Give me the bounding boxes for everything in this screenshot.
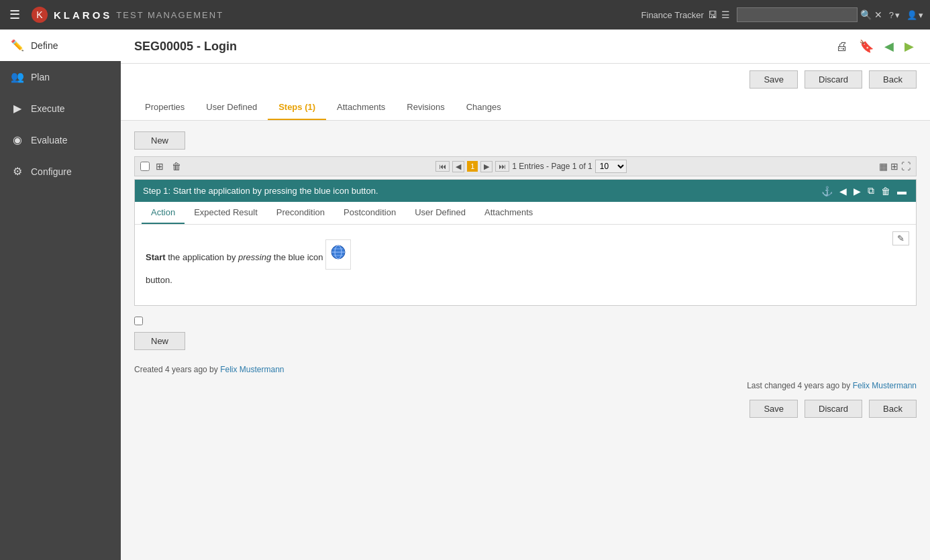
discard-button-bottom[interactable]: Discard	[805, 400, 862, 418]
logo: K KLAROS TEST MANAGEMENT	[30, 5, 223, 25]
tab-changes[interactable]: Changes	[456, 95, 512, 120]
select-all-checkbox[interactable]	[140, 162, 150, 171]
view-buttons: ▦ ⊞ ⛶	[879, 161, 911, 172]
sidebar-item-label-evaluate: Evaluate	[31, 135, 67, 146]
nav-next-button[interactable]: ▶	[902, 38, 917, 55]
evaluate-icon: ◉	[11, 133, 24, 146]
empty-row-checkbox[interactable]	[134, 317, 143, 325]
nav-prev-button[interactable]: ◀	[882, 38, 896, 55]
step-anchor-icon[interactable]: ⚓	[820, 186, 834, 197]
bookmark-button[interactable]: 🔖	[856, 38, 876, 55]
user-chevron: ▾	[919, 10, 923, 20]
page-title: SEG00005 - Login	[134, 40, 237, 54]
step-prev-button[interactable]: ◀	[838, 186, 848, 197]
help-menu[interactable]: ? ▾	[889, 10, 900, 20]
created-label: Created	[134, 365, 163, 374]
page-next-button[interactable]: ▶	[480, 161, 493, 172]
new-button-bottom[interactable]: New	[134, 332, 185, 350]
step-tab-action[interactable]: Action	[142, 202, 185, 224]
tab-steps[interactable]: Steps (1)	[268, 95, 326, 120]
footer-changed-info: Last changed 4 years ago by Felix Muster…	[134, 381, 917, 390]
columns-view-button[interactable]: ⊞	[890, 161, 898, 172]
tracker-list-icon: ☰	[721, 9, 730, 20]
sidebar-item-plan[interactable]: 👥 Plan	[0, 61, 121, 93]
step-text-suffix: the blue icon	[271, 252, 323, 262]
logo-icon: K	[30, 5, 50, 25]
step-text-middle: the application by	[166, 252, 238, 262]
changed-time: 4 years ago	[798, 381, 840, 390]
step-globe-image	[325, 239, 351, 270]
step-collapse-icon[interactable]: ▬	[896, 186, 908, 197]
tab-properties[interactable]: Properties	[134, 95, 195, 120]
page-first-button[interactable]: ⏮	[435, 161, 450, 172]
plan-icon: 👥	[11, 70, 24, 83]
changed-by-link[interactable]: Felix Mustermann	[853, 381, 917, 390]
sidebar-item-define[interactable]: ✏️ Define	[0, 30, 121, 61]
sidebar-item-execute[interactable]: ▶ Execute	[0, 93, 121, 124]
step-header: Step 1: Start the application by pressin…	[135, 180, 916, 202]
sidebar-item-label-define: Define	[31, 40, 58, 51]
page-last-button[interactable]: ⏭	[495, 161, 509, 172]
footer-created-info: Created 4 years ago by Felix Mustermann	[134, 357, 917, 378]
search-button[interactable]: 🔍	[860, 9, 872, 20]
search-input[interactable]	[737, 7, 858, 22]
new-button-top[interactable]: New	[134, 131, 185, 150]
fullscreen-view-button[interactable]: ⛶	[901, 161, 911, 172]
brand-name: KLAROS	[54, 9, 112, 21]
entries-info: 1 Entries - Page 1 of 1	[512, 162, 592, 171]
step-text-button: button.	[146, 275, 172, 285]
tab-user-defined[interactable]: User Defined	[195, 95, 268, 120]
tab-revisions[interactable]: Revisions	[396, 95, 455, 120]
step-action-content: ✎ Start the application by pressing the …	[135, 225, 916, 305]
page-current-button[interactable]: 1	[467, 161, 478, 172]
menu-icon[interactable]: ☰	[7, 5, 23, 25]
page-prev-button[interactable]: ◀	[452, 161, 464, 172]
save-button-bottom[interactable]: Save	[750, 400, 798, 418]
tab-bar: Properties User Defined Steps (1) Attach…	[121, 95, 930, 121]
table-delete-icon[interactable]: 🗑	[170, 161, 183, 172]
step-tab-postcondition[interactable]: Postcondition	[334, 202, 405, 224]
define-icon: ✏️	[11, 39, 24, 52]
step-delete-icon[interactable]: 🗑	[880, 186, 892, 197]
back-button-top[interactable]: Back	[869, 70, 917, 89]
tab-attachments[interactable]: Attachments	[326, 95, 396, 120]
configure-icon: ⚙	[11, 165, 24, 178]
top-toolbar: Save Discard Back	[121, 64, 930, 95]
search-container: 🔍 ✕	[737, 7, 882, 22]
step-tab-expected-result[interactable]: Expected Result	[185, 202, 267, 224]
sidebar-item-evaluate[interactable]: ◉ Evaluate	[0, 124, 121, 156]
page-header-actions: 🖨 🔖 ◀ ▶	[833, 38, 917, 55]
per-page-select[interactable]: 10 25 50 100	[595, 160, 627, 173]
main-layout: ✏️ Define 👥 Plan ▶ Execute ◉ Evaluate ⚙ …	[0, 30, 930, 560]
globe-icon	[330, 244, 346, 260]
step-tab-attachments[interactable]: Attachments	[475, 202, 542, 224]
search-clear-button[interactable]: ✕	[874, 9, 882, 20]
grid-view-button[interactable]: ▦	[879, 161, 888, 172]
step-text-italic: pressing	[238, 252, 271, 262]
help-chevron: ▾	[895, 10, 900, 20]
content-scroll: New ⊞ 🗑 ⏮ ◀ 1 ▶ ⏭ 1 Entries - Page 1 of …	[121, 121, 930, 560]
sidebar-item-configure[interactable]: ⚙ Configure	[0, 156, 121, 187]
step-tab-user-defined[interactable]: User Defined	[405, 202, 475, 224]
table-grid-icon[interactable]: ⊞	[154, 161, 166, 172]
created-by-link[interactable]: Felix Mustermann	[220, 365, 284, 374]
step-text-start: Start	[146, 252, 166, 262]
tracker-info: Finance Tracker 🖫 ☰	[641, 9, 730, 20]
execute-icon: ▶	[11, 102, 24, 115]
step-action-text: Start the application by pressing the bl…	[146, 235, 905, 288]
step-copy-icon[interactable]: ⧉	[866, 185, 876, 197]
created-time: 4 years ago	[165, 365, 207, 374]
back-button-bottom[interactable]: Back	[869, 400, 917, 418]
user-menu[interactable]: 👤 ▾	[907, 10, 923, 20]
content-area: SEG00005 - Login 🖨 🔖 ◀ ▶ Save Discard Ba…	[121, 30, 930, 560]
bottom-toolbar: Save Discard Back	[134, 400, 917, 418]
sidebar-item-label-plan: Plan	[31, 72, 50, 82]
print-button[interactable]: 🖨	[833, 38, 851, 55]
discard-button-top[interactable]: Discard	[805, 70, 862, 89]
save-button-top[interactable]: Save	[750, 70, 798, 89]
tracker-label: Finance Tracker	[641, 10, 704, 20]
step-edit-button[interactable]: ✎	[892, 231, 909, 245]
step-tab-precondition[interactable]: Precondition	[267, 202, 334, 224]
table-pagination: ⏮ ◀ 1 ▶ ⏭ 1 Entries - Page 1 of 1 10 25 …	[187, 160, 875, 173]
step-next-button[interactable]: ▶	[852, 186, 862, 197]
